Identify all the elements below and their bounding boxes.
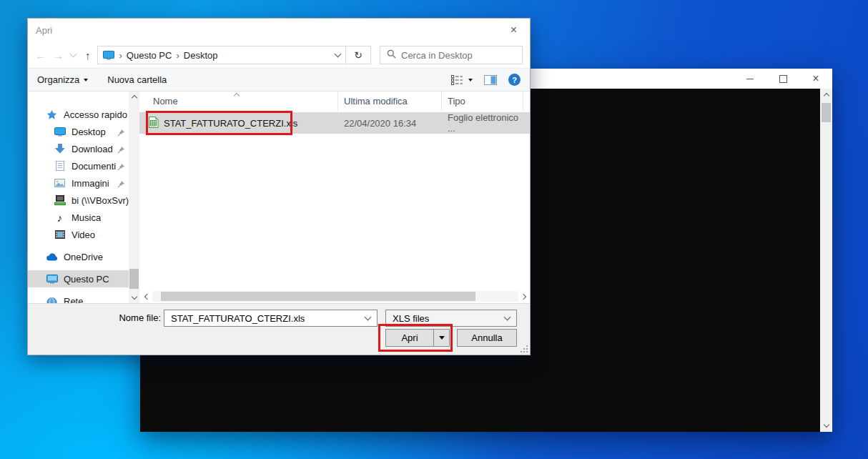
filename-value: STAT_FATTURATO_CTERZI.xls: [171, 313, 305, 324]
cancel-button[interactable]: Annulla: [457, 329, 517, 347]
navigation-bar: ← → ↑ › Questo PC › Desktop ↻ Cerca in: [28, 42, 530, 68]
dialog-body: Accesso rapido Desktop Download Document…: [28, 92, 530, 303]
details-view-icon: [451, 75, 463, 85]
sidebar-item-music[interactable]: ♪ Musica: [28, 209, 129, 226]
sidebar-item-label: Download: [71, 144, 113, 154]
filetype-value: XLS files: [393, 313, 429, 324]
close-icon: ×: [511, 24, 517, 36]
sidebar-item-network[interactable]: Rete: [28, 292, 129, 303]
sidebar-item-quick-access[interactable]: Accesso rapido: [28, 106, 129, 123]
filename-input[interactable]: STAT_FATTURATO_CTERZI.xls: [164, 310, 378, 327]
pin-icon: [117, 128, 125, 139]
sidebar-item-network-drive[interactable]: bi (\\VBoxSvr) (Z: [28, 192, 129, 209]
chevron-right-icon: [521, 293, 526, 299]
filetype-select[interactable]: XLS files: [385, 310, 517, 327]
scroll-down-button[interactable]: [129, 292, 139, 303]
new-folder-label: Nuova cartella: [107, 74, 167, 85]
file-list-horizontal-scrollbar[interactable]: [142, 291, 528, 302]
address-dropdown-chevron-icon[interactable]: [335, 51, 342, 58]
up-button[interactable]: ↑: [85, 50, 91, 61]
sidebar-item-label: Immagini: [71, 178, 109, 189]
open-button-label: Apri: [401, 332, 418, 343]
sidebar-item-video[interactable]: Video: [28, 226, 129, 243]
minimize-button[interactable]: [734, 69, 766, 89]
sidebar-item-label: Documenti: [71, 161, 116, 172]
scroll-left-button[interactable]: [142, 291, 152, 302]
refresh-button[interactable]: ↻: [346, 46, 371, 64]
new-folder-button[interactable]: Nuova cartella: [107, 74, 167, 85]
file-row-selected[interactable]: STAT_FATTURATO_CTERZI.xls 22/04/2020 16:…: [139, 112, 530, 134]
breadcrumb-separator: ›: [119, 50, 122, 61]
breadcrumb-item-questo-pc[interactable]: Questo PC: [127, 50, 172, 61]
minimize-icon: [746, 79, 754, 79]
sidebar-item-label: OneDrive: [64, 252, 103, 262]
organize-menu-button[interactable]: Organizza: [37, 74, 88, 85]
scroll-down-button[interactable]: [820, 420, 832, 432]
scrollbar-thumb[interactable]: [822, 103, 831, 122]
maximize-button[interactable]: [766, 69, 799, 89]
forward-button[interactable]: →: [53, 50, 64, 61]
dialog-footer: Nome file: STAT_FATTURATO_CTERZI.xls XLS…: [28, 303, 530, 355]
close-icon: ×: [812, 73, 819, 84]
sidebar-item-download[interactable]: Download: [28, 140, 129, 157]
navigation-sidebar: Accesso rapido Desktop Download Document…: [28, 92, 129, 303]
search-input[interactable]: Cerca in Desktop: [380, 46, 523, 64]
sidebar-item-documents[interactable]: Documenti: [28, 157, 129, 174]
documents-icon: [54, 161, 66, 171]
file-name-cell[interactable]: STAT_FATTURATO_CTERZI.xls: [139, 112, 338, 134]
scroll-up-button[interactable]: [129, 92, 139, 102]
chevron-up-icon: [823, 93, 829, 99]
open-split-button[interactable]: Apri: [385, 329, 450, 347]
pin-icon: [117, 162, 125, 173]
search-placeholder: Cerca in Desktop: [401, 50, 473, 61]
app-vertical-scrollbar[interactable]: [820, 89, 832, 432]
open-dropdown-button[interactable]: [433, 330, 449, 346]
dialog-close-button[interactable]: ×: [498, 19, 530, 41]
column-header-type[interactable]: Tipo: [442, 92, 523, 111]
chevron-down-icon: [131, 294, 137, 300]
dialog-toolbar: Organizza Nuova cartella ?: [28, 68, 530, 92]
chevron-left-icon: [144, 293, 150, 299]
view-dropdown-triangle-icon: [468, 79, 473, 82]
help-button[interactable]: ?: [508, 74, 521, 86]
open-button[interactable]: Apri: [386, 330, 433, 346]
download-icon: [54, 144, 66, 154]
preview-pane-icon[interactable]: [484, 75, 497, 85]
resize-grip[interactable]: [520, 345, 528, 352]
desktop-icon: [54, 127, 66, 137]
scrollbar-track[interactable]: [152, 291, 518, 302]
scrollbar-thumb[interactable]: [161, 292, 475, 301]
help-icon: ?: [512, 76, 517, 84]
breadcrumb[interactable]: › Questo PC › Desktop: [97, 46, 347, 64]
scrollbar-thumb[interactable]: [129, 269, 139, 289]
network-icon: [46, 297, 58, 303]
sidebar-item-label: Accesso rapido: [64, 109, 127, 120]
open-file-dialog: Apri × ← → ↑ › Questo PC › Desktop ↻: [27, 18, 531, 355]
dialog-titlebar: Apri ×: [28, 19, 530, 42]
sidebar-item-onedrive[interactable]: OneDrive: [28, 248, 129, 265]
search-icon: [387, 49, 396, 61]
breadcrumb-item-desktop[interactable]: Desktop: [184, 50, 218, 61]
sidebar-item-label: Questo PC: [64, 274, 109, 285]
pin-icon: [117, 145, 125, 156]
sidebar-item-label: Video: [71, 230, 95, 240]
toolbar-right-group: ?: [451, 74, 521, 86]
sidebar-item-pictures[interactable]: Immagini: [28, 174, 129, 192]
sidebar-item-this-pc[interactable]: Questo PC: [28, 270, 129, 287]
recent-locations-chevron-icon[interactable]: [70, 51, 77, 58]
music-icon: ♪: [54, 212, 66, 223]
spreadsheet-file-icon: [148, 117, 159, 130]
dropdown-triangle-icon: [439, 336, 445, 340]
scroll-right-button[interactable]: [518, 291, 528, 302]
file-name: STAT_FATTURATO_CTERZI.xls: [164, 118, 297, 129]
file-list: Nome Ultima modifica Tipo STAT_FATTURATO…: [139, 92, 530, 303]
sidebar-item-desktop[interactable]: Desktop: [28, 123, 129, 140]
sidebar-vertical-scrollbar[interactable]: [129, 92, 139, 303]
column-header-modified[interactable]: Ultima modifica: [338, 92, 442, 111]
quick-access-star-icon: [46, 109, 58, 120]
view-mode-button[interactable]: [451, 75, 473, 85]
scroll-up-button[interactable]: [820, 89, 832, 101]
dialog-title: Apri: [36, 25, 52, 36]
close-button[interactable]: ×: [799, 69, 832, 89]
back-button[interactable]: ←: [35, 50, 46, 61]
